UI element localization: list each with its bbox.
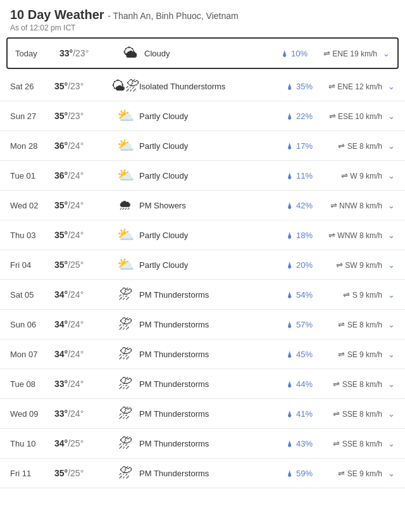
temp-low: 23°	[70, 81, 84, 91]
weather-row[interactable]: Mon 28 36°/24° ⛅ Partly Cloudy 🌢 17% ⇌ S…	[0, 131, 405, 161]
precipitation: 🌢 57%	[276, 320, 313, 329]
temp-low: 24°	[70, 230, 84, 240]
chevron-down-icon[interactable]: ⌄	[382, 320, 395, 329]
weather-row[interactable]: Tue 01 36°/24° ⛅ Partly Cloudy 🌢 11% ⇌ W…	[0, 161, 405, 191]
weather-row[interactable]: Fri 04 35°/25° ⛅ Partly Cloudy 🌢 20% ⇌ S…	[0, 250, 405, 280]
weather-description: PM Thunderstorms	[139, 409, 276, 419]
temp-high: 35°	[54, 111, 68, 121]
weather-description: PM Thunderstorms	[139, 320, 276, 329]
temp-low: 23°	[70, 111, 84, 121]
weather-row[interactable]: Mon 07 34°/24° ⛈ PM Thunderstorms 🌢 45% …	[0, 339, 405, 369]
weather-description: Partly Cloudy	[139, 171, 276, 180]
raindrop-icon: 🌢	[286, 350, 294, 359]
temp-high: 34°	[54, 319, 68, 329]
wind-icon: ⇌	[333, 409, 340, 419]
temp-high: 35°	[54, 200, 68, 210]
raindrop-icon: 🌢	[286, 82, 294, 91]
day-label: Today	[15, 49, 59, 58]
chevron-down-icon[interactable]: ⌄	[382, 350, 395, 359]
chevron-down-icon[interactable]: ⌄	[382, 439, 395, 448]
precipitation: 🌢 18%	[276, 231, 313, 240]
weather-row[interactable]: Wed 02 35°/24° 🌧 PM Showers 🌢 42% ⇌ NNW …	[0, 191, 405, 220]
temp-low: 24°	[70, 379, 84, 389]
temp-high: 36°	[54, 170, 68, 180]
temp-high: 35°	[54, 230, 68, 240]
temp-high: 33°	[59, 48, 73, 58]
chevron-down-icon[interactable]: ⌄	[382, 141, 395, 151]
chevron-down-icon[interactable]: ⌄	[382, 290, 395, 300]
chevron-down-icon[interactable]: ⌄	[382, 379, 395, 389]
weather-row[interactable]: Thu 03 35°/24° ⛅ Partly Cloudy 🌢 18% ⇌ W…	[0, 220, 405, 250]
raindrop-icon: 🌢	[286, 142, 294, 151]
precipitation: 🌢 45%	[276, 350, 313, 359]
weather-row[interactable]: Tue 08 33°/24° ⛈ PM Thunderstorms 🌢 44% …	[0, 369, 405, 399]
temperature: 34°/24°	[54, 349, 111, 359]
chevron-down-icon[interactable]: ⌄	[377, 49, 390, 58]
weather-description: Partly Cloudy	[139, 111, 276, 121]
weather-description: Cloudy	[144, 49, 271, 58]
day-label: Sat 05	[10, 290, 54, 300]
temp-high: 33°	[54, 379, 68, 389]
weather-icon: ⛅	[111, 167, 139, 184]
chevron-down-icon[interactable]: ⌄	[382, 201, 395, 210]
weather-icon: ⛅	[111, 108, 139, 124]
temp-low: 24°	[70, 408, 84, 419]
chevron-down-icon[interactable]: ⌄	[382, 82, 395, 91]
weather-icon: ⛈	[111, 346, 139, 362]
chevron-down-icon[interactable]: ⌄	[382, 231, 395, 240]
raindrop-icon: 🌢	[281, 49, 289, 58]
precipitation: 🌢 59%	[276, 469, 313, 478]
chevron-down-icon[interactable]: ⌄	[382, 469, 395, 478]
raindrop-icon: 🌢	[286, 231, 294, 240]
weather-row[interactable]: Sun 06 34°/24° ⛈ PM Thunderstorms 🌢 57% …	[0, 310, 405, 339]
wind-icon: ⇌	[338, 141, 345, 151]
temp-low: 24°	[70, 349, 84, 359]
as-of-label: As of 12:02 pm ICT	[10, 23, 395, 32]
weather-description: PM Thunderstorms	[139, 290, 276, 300]
temp-high: 35°	[54, 468, 68, 478]
temperature: 35°/24°	[54, 200, 111, 210]
wind-info: ⇌ WNW 8 km/h	[313, 231, 382, 240]
temp-low: 24°	[70, 289, 84, 300]
weather-icon: ⛈	[111, 316, 139, 332]
weather-description: Partly Cloudy	[139, 141, 276, 151]
temperature: 33°/24°	[54, 379, 111, 389]
weather-row[interactable]: Sat 26 35°/23° 🌤⛈ Isolated Thunderstorms…	[0, 72, 405, 101]
temp-low: 24°	[70, 319, 84, 329]
weather-row-today[interactable]: Today 33°/23° 🌥 Cloudy 🌢 10% ⇌ ENE 19 km…	[6, 37, 399, 69]
temp-low: 24°	[70, 170, 84, 180]
chevron-down-icon[interactable]: ⌄	[382, 171, 395, 180]
weather-row[interactable]: Sat 05 34°/24° ⛈ PM Thunderstorms 🌢 54% …	[0, 280, 405, 310]
precipitation: 🌢 10%	[271, 49, 308, 58]
page-header: 10 Day Weather - Thanh An, Binh Phuoc, V…	[0, 0, 405, 35]
page-title: 10 Day Weather - Thanh An, Binh Phuoc, V…	[10, 8, 395, 22]
chevron-down-icon[interactable]: ⌄	[382, 260, 395, 270]
temp-low: 24°	[70, 200, 84, 210]
raindrop-icon: 🌢	[286, 291, 294, 300]
temperature: 35°/23°	[54, 111, 111, 121]
weather-list: Today 33°/23° 🌥 Cloudy 🌢 10% ⇌ ENE 19 km…	[0, 37, 405, 488]
wind-icon: ⇌	[328, 231, 335, 240]
wind-info: ⇌ S 9 km/h	[313, 290, 382, 300]
temperature: 36°/24°	[54, 141, 111, 151]
weather-row[interactable]: Wed 09 33°/24° ⛈ PM Thunderstorms 🌢 41% …	[0, 399, 405, 429]
precipitation: 🌢 42%	[276, 201, 313, 210]
chevron-down-icon[interactable]: ⌄	[382, 111, 395, 121]
temp-high: 34°	[54, 289, 68, 300]
day-label: Thu 10	[10, 439, 54, 448]
weather-row[interactable]: Sun 27 35°/23° ⛅ Partly Cloudy 🌢 22% ⇌ E…	[0, 101, 405, 131]
weather-description: PM Thunderstorms	[139, 439, 276, 448]
day-label: Thu 03	[10, 231, 54, 240]
day-label: Tue 08	[10, 379, 54, 389]
chevron-down-icon[interactable]: ⌄	[382, 409, 395, 419]
precipitation: 🌢 17%	[276, 141, 313, 151]
weather-icon: ⛅	[111, 227, 139, 243]
weather-row[interactable]: Thu 10 34°/25° ⛈ PM Thunderstorms 🌢 43% …	[0, 429, 405, 459]
precipitation: 🌢 41%	[276, 409, 313, 419]
weather-icon: ⛈	[111, 286, 139, 303]
precipitation: 🌢 22%	[276, 111, 313, 121]
wind-icon: ⇌	[330, 201, 337, 210]
weather-description: Partly Cloudy	[139, 231, 276, 240]
wind-info: ⇌ SSE 8 km/h	[313, 379, 382, 389]
weather-row[interactable]: Fri 11 35°/25° ⛈ PM Thunderstorms 🌢 59% …	[0, 459, 405, 488]
